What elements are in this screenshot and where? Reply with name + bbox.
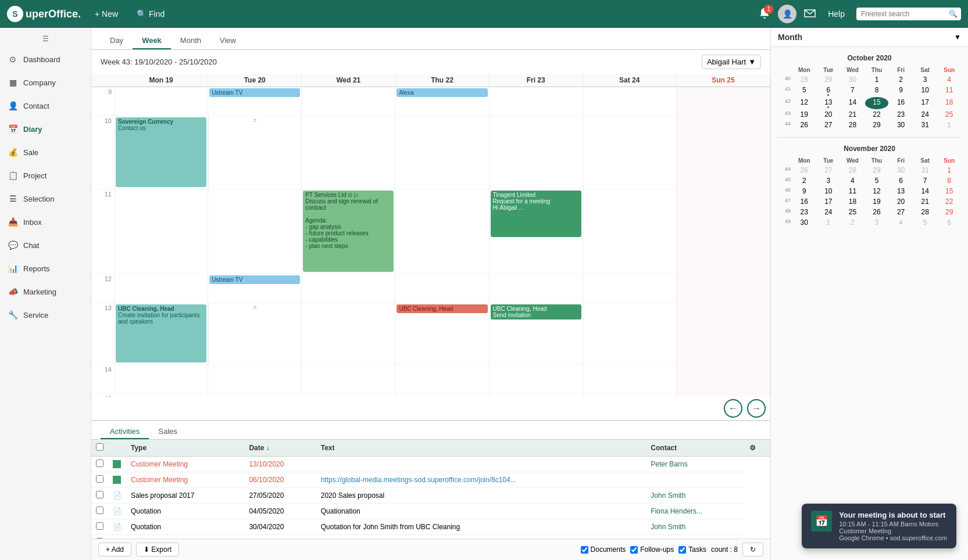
mini-day[interactable]: 22 — [865, 109, 889, 120]
mini-day[interactable]: 3 — [865, 217, 889, 228]
row-type[interactable]: Quotation — [126, 519, 244, 535]
mini-day[interactable]: 18 — [841, 196, 865, 207]
cell-fri-12[interactable] — [490, 274, 583, 303]
cell-sat-15[interactable] — [583, 394, 677, 397]
mini-day[interactable]: 16 — [792, 196, 816, 207]
mini-day[interactable]: 11 — [841, 186, 865, 196]
cell-tue-15[interactable] — [208, 394, 302, 397]
row-checkbox[interactable] — [96, 522, 103, 530]
mini-day[interactable]: 27 — [817, 165, 841, 175]
person-select[interactable]: Abigail Hart ▼ — [702, 55, 761, 69]
row-contact[interactable]: John Smith — [646, 519, 745, 535]
mini-day[interactable]: 30 — [792, 217, 816, 228]
mini-day[interactable]: 9 — [792, 186, 816, 196]
mini-day[interactable]: 29 — [865, 165, 889, 175]
cell-tue-14[interactable] — [208, 365, 302, 394]
event-ustream-tv-9[interactable]: Ustream TV — [209, 88, 300, 97]
mini-day[interactable]: 29 — [937, 207, 961, 217]
cell-sat-12[interactable] — [583, 274, 677, 303]
cell-sun-10[interactable] — [677, 116, 770, 189]
cell-wed-11[interactable]: PT Services Ltd ⊙ ▷ Discuss and sign ren… — [302, 189, 395, 274]
mini-day[interactable]: 25 — [841, 207, 865, 217]
mini-day[interactable]: 21 — [913, 196, 937, 207]
cell-thu-14[interactable] — [395, 365, 489, 394]
sidebar-item-company[interactable]: ▦ Company — [0, 71, 91, 94]
tab-week[interactable]: Week — [133, 33, 171, 49]
mini-day[interactable]: 18 — [937, 97, 961, 109]
cell-sun-15[interactable] — [677, 394, 770, 397]
mini-day[interactable]: 8 — [865, 85, 889, 97]
tab-day[interactable]: Day — [101, 33, 133, 49]
cell-sun-13[interactable] — [677, 303, 770, 365]
mini-day[interactable]: 17 — [913, 97, 937, 109]
mini-day[interactable]: 28 — [841, 120, 865, 130]
cell-thu-15[interactable] — [395, 394, 489, 397]
cell-wed-14[interactable] — [302, 365, 395, 394]
cell-fri-11[interactable]: Tinagent LimitedRequest for a meetingHi … — [490, 189, 583, 274]
cell-sat-9[interactable] — [583, 87, 677, 116]
cell-fri-14[interactable] — [490, 365, 583, 394]
mini-day[interactable]: 26 — [792, 120, 816, 130]
mini-day[interactable]: 19 — [865, 196, 889, 207]
event-sovereign-currency[interactable]: Sovereign CurrencyContact us — [116, 117, 206, 187]
mini-day[interactable]: 29 — [865, 120, 889, 130]
mini-day[interactable]: 21 — [841, 109, 865, 120]
cell-sun-14[interactable] — [677, 365, 770, 394]
cell-sat-10[interactable] — [583, 116, 677, 189]
mini-day[interactable]: 5 — [865, 175, 889, 186]
col-settings[interactable]: ⚙ — [745, 440, 770, 457]
mini-day[interactable]: 4 — [889, 217, 913, 228]
cell-thu-12[interactable] — [395, 274, 489, 303]
mini-day[interactable]: 12 — [865, 186, 889, 196]
row-type[interactable]: Customer Meeting — [126, 472, 244, 488]
mini-day[interactable]: 4 — [841, 175, 865, 186]
cell-mon-9[interactable] — [115, 87, 208, 116]
mini-day[interactable]: 10 — [817, 186, 841, 196]
sidebar-item-sale[interactable]: 💰 Sale — [0, 141, 91, 164]
activities-table[interactable]: Type Date ↓ Text Contact ⚙ Customer Meet… — [91, 440, 770, 539]
mini-day[interactable]: 15 — [865, 97, 889, 109]
row-type[interactable]: Sales proposal 2017 — [126, 488, 244, 504]
mini-day[interactable]: 1 — [817, 217, 841, 228]
mini-day[interactable]: 7 — [841, 85, 865, 97]
sidebar-item-selection[interactable]: ☰ Selection — [0, 187, 91, 210]
sidebar-collapse-button[interactable]: ☰ — [0, 30, 91, 48]
event-pt-services[interactable]: PT Services Ltd ⊙ ▷ Discuss and sign ren… — [303, 191, 394, 272]
refresh-button[interactable]: ↻ — [742, 543, 763, 557]
mini-day[interactable]: 5 — [792, 85, 816, 97]
cell-mon-10[interactable]: Sovereign CurrencyContact us — [115, 116, 208, 189]
select-all-checkbox[interactable] — [96, 443, 103, 451]
cell-wed-12[interactable] — [302, 274, 395, 303]
sidebar-item-dashboard[interactable]: ⊙ Dashboard — [0, 48, 91, 71]
row-type[interactable]: Quotation — [126, 504, 244, 519]
mini-day[interactable]: 20 — [817, 109, 841, 120]
mini-day[interactable]: 30 — [889, 120, 913, 130]
mini-day[interactable]: 3 — [817, 175, 841, 186]
mini-day[interactable]: 9 — [889, 85, 913, 97]
mini-day[interactable]: 30 — [841, 74, 865, 85]
mini-day[interactable]: 12 — [792, 97, 816, 109]
cell-fri-9[interactable] — [490, 87, 583, 116]
row-checkbox[interactable] — [96, 475, 103, 483]
cell-wed-10[interactable] — [302, 116, 395, 189]
new-button[interactable]: + New — [90, 7, 123, 21]
sidebar-item-project[interactable]: 📋 Project — [0, 164, 91, 187]
mini-day[interactable]: 28 — [792, 74, 816, 85]
event-tinagent[interactable]: Tinagent LimitedRequest for a meetingHi … — [491, 191, 581, 237]
mini-day[interactable]: 27 — [889, 207, 913, 217]
mini-day[interactable]: 26 — [865, 207, 889, 217]
mini-day[interactable]: 6 — [817, 85, 841, 97]
sidebar-item-service[interactable]: 🔧 Service — [0, 303, 91, 326]
mini-day[interactable]: 6 — [889, 175, 913, 186]
mini-day[interactable]: 3 — [913, 74, 937, 85]
mini-day[interactable]: 23 — [889, 109, 913, 120]
cell-fri-10[interactable] — [490, 116, 583, 189]
cell-sun-12[interactable] — [677, 274, 770, 303]
docs-checkbox[interactable] — [581, 546, 588, 554]
row-checkbox[interactable] — [96, 460, 103, 467]
notifications-button[interactable]: 1 — [758, 7, 771, 21]
mini-day[interactable]: 22 — [937, 196, 961, 207]
mini-day[interactable]: 16 — [889, 97, 913, 109]
right-panel-dropdown-icon[interactable]: ▼ — [954, 33, 961, 41]
mini-day[interactable]: 15 — [937, 186, 961, 196]
